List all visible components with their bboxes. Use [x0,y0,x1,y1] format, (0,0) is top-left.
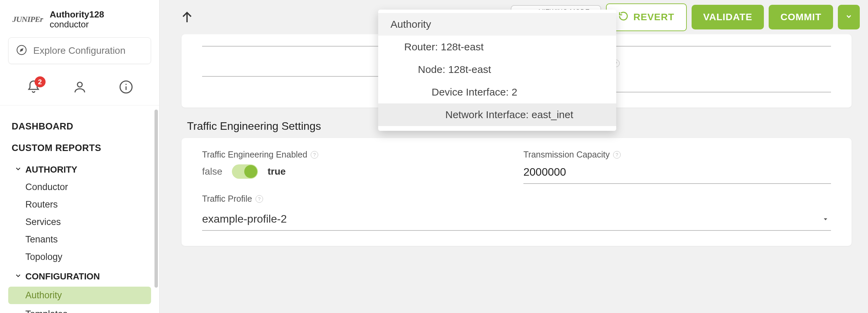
label-traffic-profile-text: Traffic Profile [202,194,252,204]
breadcrumb-router[interactable]: Router: 128t-east [378,36,616,58]
select-traffic-profile[interactable]: example-profile-2 [202,206,831,231]
label-te-enabled-text: Traffic Engineering Enabled [202,150,307,160]
svg-point-2 [77,82,82,87]
nav-topology[interactable]: Topology [0,248,159,266]
main-area: Advertisement Interval ? 1000 Traffic En… [160,0,868,313]
nav-services[interactable]: Services [0,213,159,231]
brand-text: Authority128 conductor [50,10,104,29]
chevron-down-icon [14,164,22,175]
refresh-icon [618,11,629,24]
search-input[interactable] [33,45,143,56]
sidebar: JUNIPEr Authority128 conductor 2 [0,0,160,313]
validate-button[interactable]: VALIDATE [692,5,764,29]
toggle-knob [244,165,257,178]
compass-icon [16,45,27,57]
search-box[interactable] [8,37,151,64]
help-icon[interactable]: ? [256,195,263,203]
notifications-badge: 2 [35,76,46,87]
toggle-true-label: true [268,166,286,177]
svg-point-5 [125,84,127,85]
nav-conductor[interactable]: Conductor [0,178,159,196]
breadcrumb-device-interface[interactable]: Device Interface: 2 [378,81,616,103]
label-transmission-capacity-text: Transmission Capacity [523,150,610,160]
nav-templates[interactable]: Templates [0,305,159,313]
nav-routers[interactable]: Routers [0,196,159,213]
sidebar-icon-row: 2 [0,70,159,105]
help-icon[interactable]: ? [311,151,318,159]
commit-label: COMMIT [780,12,821,23]
caret-down-icon [822,213,829,225]
nav-dashboard[interactable]: DASHBOARD [0,116,159,137]
validate-label: VALIDATE [703,12,753,23]
select-traffic-profile-value: example-profile-2 [202,213,287,225]
toggle-te-enabled[interactable] [232,164,258,179]
sidebar-nav: DASHBOARD CUSTOM REPORTS AUTHORITY Condu… [0,105,159,313]
nav-tenants[interactable]: Tenants [0,231,159,248]
sidebar-scroll-thumb[interactable] [154,110,158,288]
nav-authority[interactable]: Authority [8,287,151,304]
nav-group-configuration[interactable]: CONFIGURATION [0,266,159,285]
sidebar-scrollbar[interactable] [154,110,158,288]
breadcrumb-node[interactable]: Node: 128t-east [378,58,616,81]
breadcrumb-dropdown: Authority Router: 128t-east Node: 128t-e… [378,10,616,131]
help-icon[interactable]: ? [613,151,621,159]
toggle-te-enabled-row: false true [202,164,510,179]
info-button[interactable] [119,80,133,96]
revert-button[interactable]: REVERT [606,3,687,31]
label-te-enabled: Traffic Engineering Enabled ? [202,150,510,160]
brand-block: JUNIPEr Authority128 conductor [0,0,159,37]
account-button[interactable] [73,80,87,96]
toggle-false-label: false [202,166,222,177]
label-transmission-capacity: Transmission Capacity ? [523,150,831,160]
breadcrumb-authority[interactable]: Authority [378,13,616,36]
brand-logo: JUNIPEr [12,15,43,24]
up-button[interactable] [176,4,198,30]
svg-marker-1 [20,48,24,52]
notifications-button[interactable]: 2 [26,80,41,96]
chevron-down-icon [845,12,853,23]
commit-button[interactable]: COMMIT [769,5,833,29]
nav-custom-reports[interactable]: CUSTOM REPORTS [0,137,159,159]
chevron-down-icon [14,271,22,282]
commit-menu-button[interactable] [838,5,860,29]
brand-title: Authority128 [50,10,104,20]
nav-group-authority-label: AUTHORITY [25,164,77,175]
breadcrumb-network-interface[interactable]: Network Interface: east_inet [378,103,616,126]
card-traffic-engineering: Traffic Engineering Enabled ? false true… [182,138,852,246]
label-traffic-profile: Traffic Profile ? [202,194,510,204]
brand-subtitle: conductor [50,20,104,29]
nav-group-configuration-label: CONFIGURATION [25,271,100,282]
revert-label: REVERT [633,12,674,23]
value-transmission-capacity[interactable]: 2000000 [523,164,831,184]
nav-group-authority[interactable]: AUTHORITY [0,159,159,178]
svg-marker-6 [824,218,827,221]
